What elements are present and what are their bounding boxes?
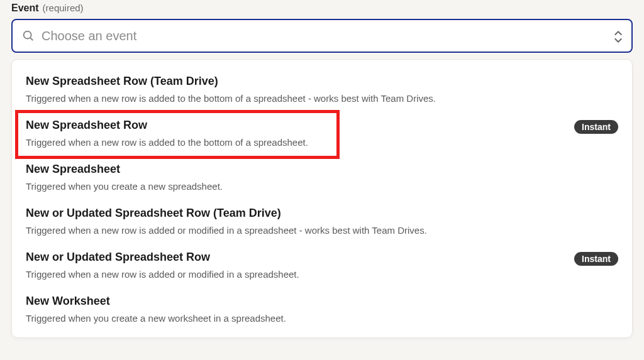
chevron-updown-icon: [614, 30, 623, 41]
option-desc: Triggered when you create a new spreadsh…: [26, 180, 618, 193]
option-new-worksheet[interactable]: New Worksheet Triggered when you create …: [12, 288, 632, 332]
svg-line-1: [30, 38, 33, 40]
option-title: New Spreadsheet: [26, 163, 618, 176]
option-title: New or Updated Spreadsheet Row: [26, 251, 574, 264]
event-select[interactable]: Choose an event: [11, 19, 633, 53]
option-desc: Triggered when a new row is added or mod…: [26, 224, 618, 237]
option-desc: Triggered when you create a new workshee…: [26, 312, 618, 325]
option-new-spreadsheet-row-team-drive[interactable]: New Spreadsheet Row (Team Drive) Trigger…: [12, 68, 632, 112]
option-title: New Spreadsheet Row (Team Drive): [26, 75, 618, 88]
instant-badge: Instant: [574, 252, 618, 266]
event-dropdown: New Spreadsheet Row (Team Drive) Trigger…: [11, 59, 633, 338]
select-placeholder: Choose an event: [42, 29, 136, 43]
option-desc: Triggered when a new row is added to the…: [26, 136, 574, 149]
search-icon: [21, 29, 35, 43]
field-label: Event (required): [11, 0, 633, 14]
option-new-or-updated-spreadsheet-row-team-drive[interactable]: New or Updated Spreadsheet Row (Team Dri…: [12, 200, 632, 244]
option-new-spreadsheet[interactable]: New Spreadsheet Triggered when you creat…: [12, 156, 632, 200]
option-desc: Triggered when a new row is added to the…: [26, 92, 618, 105]
field-label-name: Event: [11, 3, 39, 14]
option-title: New or Updated Spreadsheet Row (Team Dri…: [26, 207, 618, 220]
field-label-required: (required): [43, 3, 84, 13]
option-desc: Triggered when a new row is added or mod…: [26, 268, 574, 281]
instant-badge: Instant: [574, 120, 618, 134]
svg-point-0: [24, 31, 31, 39]
option-title: New Worksheet: [26, 295, 618, 308]
option-new-or-updated-spreadsheet-row[interactable]: New or Updated Spreadsheet Row Triggered…: [12, 244, 632, 288]
option-title: New Spreadsheet Row: [26, 119, 574, 132]
option-new-spreadsheet-row[interactable]: New Spreadsheet Row Triggered when a new…: [12, 112, 632, 156]
